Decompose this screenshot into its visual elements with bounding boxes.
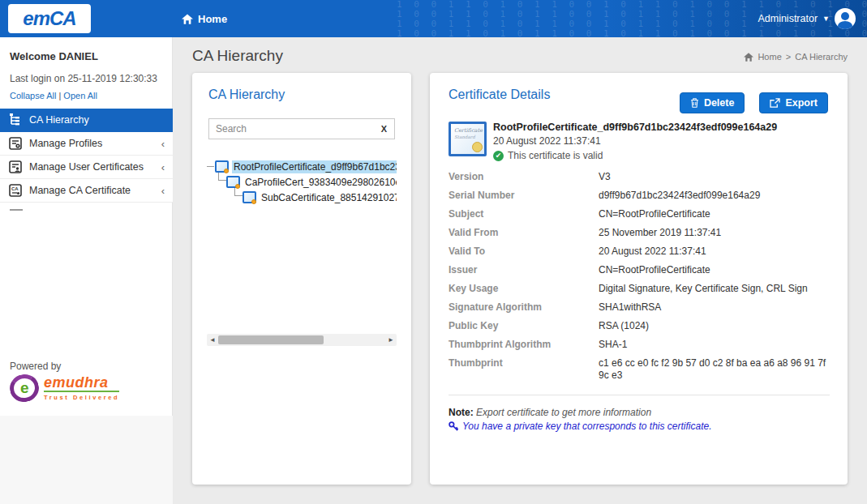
search-input[interactable] <box>209 119 374 139</box>
field-label: Signature Algorithm <box>449 299 599 313</box>
open-all-link[interactable]: Open All <box>63 91 97 100</box>
field-value: CN=RootProfileCertificate <box>599 206 830 220</box>
sidebar-item-label: Manage Profiles <box>29 138 102 149</box>
field-value: V3 <box>599 169 830 183</box>
avatar-head <box>841 12 849 20</box>
nav-home-label: Home <box>198 13 227 25</box>
field-label: Valid To <box>449 243 599 257</box>
divider <box>449 395 830 395</box>
field-label: Thumbprint Algorithm <box>449 336 599 350</box>
scrollbar-thumb[interactable] <box>218 335 324 344</box>
export-button-label: Export <box>785 97 818 109</box>
nav-home[interactable]: Home <box>182 0 227 37</box>
sidebar-item-label: Manage CA Certificate <box>29 185 131 196</box>
tree-node-root[interactable]: RootProfileCertificate_d9ff9b67d1bc23424… <box>207 159 397 174</box>
field-label: Thumbprint <box>449 355 599 369</box>
field-value: RSA (1024) <box>599 318 830 332</box>
delete-button[interactable]: Delete <box>680 92 745 113</box>
field-row: VersionV3 <box>449 169 830 187</box>
field-row: Valid From25 November 2019 11:37:41 <box>449 224 830 243</box>
links-separator: | <box>56 91 63 100</box>
search-clear-button[interactable]: X <box>374 124 394 134</box>
tree-node-label[interactable]: RootProfileCertificate_d9ff9b67d1bc23424… <box>232 160 397 173</box>
svg-text:CA: CA <box>11 186 19 191</box>
home-icon <box>744 53 753 62</box>
emca-logo[interactable]: emCA <box>8 4 91 33</box>
scroll-left-arrow-icon[interactable]: ◄ <box>209 335 216 345</box>
field-value: 25 November 2019 11:37:41 <box>599 224 830 239</box>
ca-hierarchy-panel: CA Hierarchy X RootProfileCertificate_d9… <box>192 73 411 485</box>
tree-node-subca[interactable]: SubCaCertificate_885142910273cb <box>243 190 397 205</box>
private-key-message[interactable]: You have a private key that corresponds … <box>449 421 830 432</box>
field-label: Public Key <box>449 318 599 331</box>
document-ca-icon: CA <box>8 184 22 198</box>
certificate-gold-seal <box>472 142 483 152</box>
valid-status-text: This certificate is valid <box>508 150 603 161</box>
ca-hierarchy-panel-title: CA Hierarchy <box>208 88 285 102</box>
export-icon <box>770 98 780 108</box>
tree-node-ca[interactable]: CaProfileCert_9383409e29802610eab0 <box>226 174 397 190</box>
collapse-all-link[interactable]: Collapse All <box>10 91 56 100</box>
user-name-label: Administrator <box>758 13 818 24</box>
note-label: Note: <box>449 407 474 418</box>
page-title: CA Hierarchy <box>192 47 283 65</box>
export-button[interactable]: Export <box>759 92 828 113</box>
sidebar-item-manage-ca-certificate[interactable]: CA Manage CA Certificate ‹ <box>0 179 173 203</box>
sidebar-item-label: Manage User Certificates <box>29 161 144 173</box>
breadcrumb-home[interactable]: Home <box>758 52 781 62</box>
delete-button-label: Delete <box>704 97 735 109</box>
field-value: CN=RootProfileCertificate <box>599 262 830 276</box>
emca-logo-text: emCA <box>23 7 75 30</box>
valid-check-icon: ✔ <box>493 151 504 161</box>
field-label: Version <box>449 169 599 182</box>
last-login-text: Last login on 25-11-2019 12:30:33 <box>10 73 157 84</box>
field-row: Key UsageDigital Signature, Key Certific… <box>449 280 830 299</box>
emudhra-ring-icon: e <box>7 372 41 405</box>
user-menu[interactable]: Administrator ▼ <box>758 0 856 37</box>
field-label: Issuer <box>449 262 599 275</box>
search-box: X <box>208 118 395 139</box>
hierarchy-icon <box>8 113 22 127</box>
horizontal-scrollbar[interactable]: ◄ ► <box>207 334 397 346</box>
tree-node-label[interactable]: SubCaCertificate_885142910273cb <box>260 191 397 204</box>
action-buttons: Delete Export <box>680 92 828 113</box>
chevron-left-icon: ‹ <box>161 161 165 173</box>
breadcrumb-current: CA Hierarchy <box>795 52 848 62</box>
certificate-tree: RootProfileCertificate_d9ff9b67d1bc23424… <box>207 157 397 334</box>
note-text: Note: Export certificate to get more inf… <box>449 407 830 418</box>
field-row: Valid To20 August 2022 11:37:41 <box>449 243 830 262</box>
certificate-seal <box>224 169 229 173</box>
field-row: IssuerCN=RootProfileCertificate <box>449 262 830 280</box>
chevron-left-icon: ‹ <box>161 185 165 197</box>
certificate-date: 20 August 2022 11:37:41 <box>493 135 777 147</box>
field-label: Serial Number <box>449 187 599 201</box>
field-label: Valid From <box>449 224 599 238</box>
field-value: 20 August 2022 11:37:41 <box>599 243 830 258</box>
sidebar-item-label: CA Hierarchy <box>29 114 89 126</box>
key-icon <box>449 421 458 431</box>
sidebar: Welcome DANIEL Last login on 25-11-2019 … <box>0 37 173 504</box>
field-row: Serial Numberd9ff9b67d1bc23424f3edf099e1… <box>449 187 830 206</box>
certificate-icon <box>215 160 229 173</box>
field-label: Subject <box>449 206 599 220</box>
field-value: SHA1withRSA <box>599 299 830 314</box>
certificate-details-title: Certificate Details <box>449 88 550 102</box>
sidebar-item-ca-hierarchy[interactable]: CA Hierarchy <box>0 109 173 132</box>
certificate-summary: RootProfileCertificate_d9ff9b67d1bc23424… <box>493 122 777 161</box>
note-body: Export certificate to get more informati… <box>476 407 651 418</box>
user-avatar-icon[interactable] <box>835 8 856 29</box>
sidebar-item-manage-user-certificates[interactable]: Manage User Certificates ‹ <box>0 156 173 179</box>
field-value: d9ff9b67d1bc23424f3edf099e164a29 <box>599 187 830 202</box>
sidebar-menu: CA Hierarchy Manage Profiles ‹ <box>0 109 173 203</box>
document-user-icon <box>8 160 22 174</box>
chevron-down-icon: ▼ <box>822 15 830 23</box>
field-row: Signature AlgorithmSHA1withRSA <box>449 299 830 318</box>
emudhra-name: emudhra <box>44 375 119 392</box>
sidebar-item-manage-profiles[interactable]: Manage Profiles ‹ <box>0 132 173 156</box>
welcome-text: Welcome DANIEL <box>10 50 98 62</box>
tree-node-label[interactable]: CaProfileCert_9383409e29802610eab0 <box>243 176 397 189</box>
validity-status: ✔ This certificate is valid <box>493 150 777 161</box>
scroll-right-arrow-icon[interactable]: ► <box>388 335 394 345</box>
document-gear-icon <box>8 137 22 151</box>
tree-links: Collapse All|Open All <box>10 91 97 100</box>
